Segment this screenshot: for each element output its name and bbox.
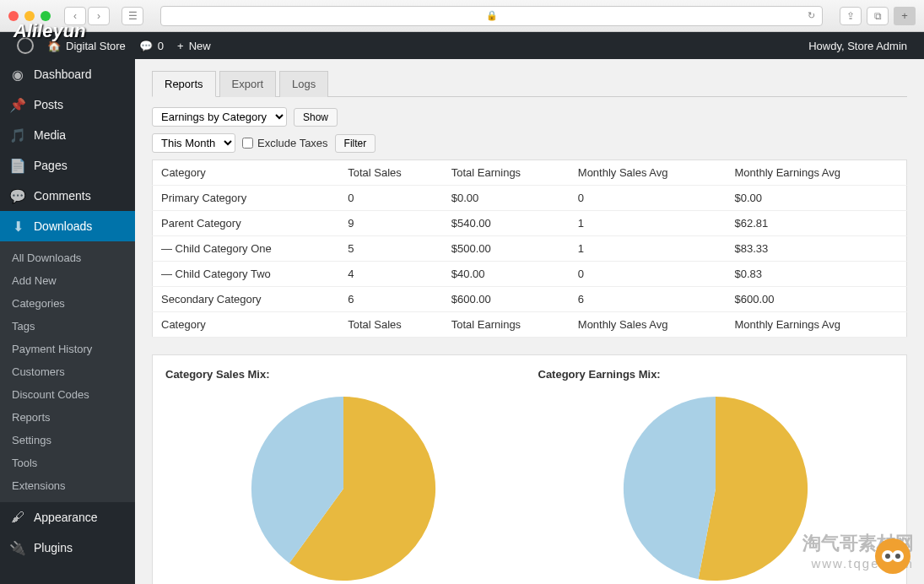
table-cell: 1 (570, 236, 727, 262)
page-icon: 📄 (10, 158, 25, 173)
submenu-item-customers[interactable]: Customers (0, 360, 135, 383)
appearance-icon: 🖌 (10, 510, 25, 525)
table-cell: $600.00 (727, 287, 907, 312)
table-cell: — Child Category Two (153, 262, 340, 287)
table-cell: 5 (339, 236, 443, 262)
table-cell: $0.00 (443, 186, 570, 211)
sidebar-item-comments[interactable]: 💬Comments (0, 181, 135, 211)
submenu-item-add-new[interactable]: Add New (0, 269, 135, 292)
report-tabs: ReportsExportLogs (152, 71, 907, 97)
tab-reports[interactable]: Reports (152, 71, 216, 97)
sidebar-item-appearance[interactable]: 🖌Appearance (0, 502, 135, 533)
table-header: Category (153, 160, 340, 186)
submenu-item-discount-codes[interactable]: Discount Codes (0, 383, 135, 406)
sidebar-item-label: Plugins (34, 541, 73, 554)
table-row: Parent Category9$540.001$62.81 (153, 211, 907, 236)
table-cell: 4 (339, 262, 443, 287)
window-controls (8, 11, 51, 21)
new-tab-button[interactable]: + (894, 7, 916, 25)
table-cell: Parent Category (153, 211, 340, 236)
table-row: Secondary Category6$600.006$600.00 (153, 287, 907, 312)
content-area: ReportsExportLogs Earnings by Category S… (135, 59, 924, 584)
pin-icon: 📌 (10, 97, 25, 112)
sidebar-item-plugins[interactable]: 🔌Plugins (0, 533, 135, 563)
table-row: — Child Category Two4$40.000$0.83 (153, 262, 907, 287)
category-report-table: CategoryTotal SalesTotal EarningsMonthly… (152, 160, 907, 338)
site-link[interactable]: 🏠 Digital Store (41, 32, 132, 59)
sidebar-item-label: Pages (34, 159, 68, 172)
table-header: Monthly Sales Avg (570, 312, 727, 338)
table-cell: Primary Category (153, 186, 340, 211)
table-header: Monthly Earnings Avg (727, 312, 907, 338)
exclude-taxes-checkbox[interactable] (242, 138, 253, 149)
new-link[interactable]: + New (170, 32, 218, 59)
submenu-item-payment-history[interactable]: Payment History (0, 338, 135, 360)
submenu-item-categories[interactable]: Categories (0, 292, 135, 315)
wordpress-icon (17, 37, 34, 54)
back-button[interactable]: ‹ (64, 7, 86, 25)
submenu-item-tools[interactable]: Tools (0, 452, 135, 474)
browser-chrome: ‹ › ☰ 🔒 ↻ ⇪ ⧉ + (0, 0, 924, 32)
table-header: Total Earnings (443, 160, 570, 186)
table-cell: $600.00 (443, 287, 570, 312)
share-button[interactable]: ⇪ (840, 7, 862, 25)
reload-icon[interactable]: ↻ (808, 10, 815, 21)
close-dot[interactable] (8, 11, 19, 21)
download-icon: ⬇ (10, 219, 25, 234)
tabs-button[interactable]: ⧉ (867, 7, 889, 25)
table-cell: $0.00 (727, 186, 907, 211)
sidebar-item-dashboard[interactable]: ◉Dashboard (0, 59, 135, 89)
tab-export[interactable]: Export (219, 71, 277, 97)
sidebar-toggle-button[interactable]: ☰ (122, 7, 143, 25)
table-cell: 6 (339, 287, 443, 312)
sidebar-item-media[interactable]: 🎵Media (0, 120, 135, 150)
sidebar-item-label: Media (34, 128, 66, 142)
table-cell: 0 (570, 186, 727, 211)
table-cell: $540.00 (443, 211, 570, 236)
table-header: Total Sales (339, 160, 443, 186)
sidebar-item-posts[interactable]: 📌Posts (0, 89, 135, 120)
submenu-item-extensions[interactable]: Extensions (0, 474, 135, 497)
media-icon: 🎵 (10, 127, 25, 143)
filter-button[interactable]: Filter (335, 134, 376, 153)
table-cell: 1 (570, 211, 727, 236)
howdy-link[interactable]: Howdy, Store Admin (802, 32, 914, 59)
table-cell: Secondary Category (153, 287, 340, 312)
sidebar-item-label: Posts (34, 98, 63, 111)
table-header: Total Sales (339, 312, 443, 338)
wp-logo[interactable] (10, 32, 41, 59)
table-cell: — Child Category One (153, 236, 340, 262)
dashboard-icon: ◉ (10, 67, 25, 82)
comments-link[interactable]: 💬 0 (132, 32, 170, 59)
submenu-item-reports[interactable]: Reports (0, 406, 135, 429)
table-row: — Child Category One5$500.001$83.33 (153, 236, 907, 262)
admin-sidebar: ◉Dashboard📌Posts🎵Media📄Pages💬Comments⬇Do… (0, 59, 135, 584)
exclude-taxes-label[interactable]: Exclude Taxes (242, 137, 328, 149)
submenu-item-tags[interactable]: Tags (0, 315, 135, 338)
forward-button[interactable]: › (88, 7, 110, 25)
tab-logs[interactable]: Logs (279, 71, 328, 97)
sidebar-item-downloads[interactable]: ⬇Downloads (0, 211, 135, 241)
sidebar-item-pages[interactable]: 📄Pages (0, 150, 135, 181)
comment-icon: 💬 (10, 188, 25, 203)
period-select[interactable]: This Month (152, 133, 235, 153)
charts-panel: Category Sales Mix: Parent Category: 60%… (152, 354, 907, 584)
table-header: Monthly Earnings Avg (727, 160, 907, 186)
show-button[interactable]: Show (294, 108, 338, 127)
table-cell: $40.00 (443, 262, 570, 287)
table-cell: 0 (339, 186, 443, 211)
url-bar[interactable]: 🔒 ↻ (160, 6, 823, 26)
maximize-dot[interactable] (41, 11, 51, 21)
sidebar-item-label: Downloads (34, 219, 92, 233)
sidebar-item-label: Comments (34, 189, 91, 203)
wp-admin-bar: 🏠 Digital Store 💬 0 + New Howdy, Store A… (0, 32, 924, 59)
minimize-dot[interactable] (24, 11, 35, 21)
table-cell: 0 (570, 262, 727, 287)
table-cell: $62.81 (727, 211, 907, 236)
submenu-item-settings[interactable]: Settings (0, 429, 135, 452)
submenu-item-all-downloads[interactable]: All Downloads (0, 246, 135, 269)
table-header: Total Earnings (443, 312, 570, 338)
sales-mix-chart: Category Sales Mix: Parent Category: 60%… (165, 368, 521, 584)
report-type-select[interactable]: Earnings by Category (152, 107, 287, 127)
plus-icon: + (177, 40, 184, 52)
